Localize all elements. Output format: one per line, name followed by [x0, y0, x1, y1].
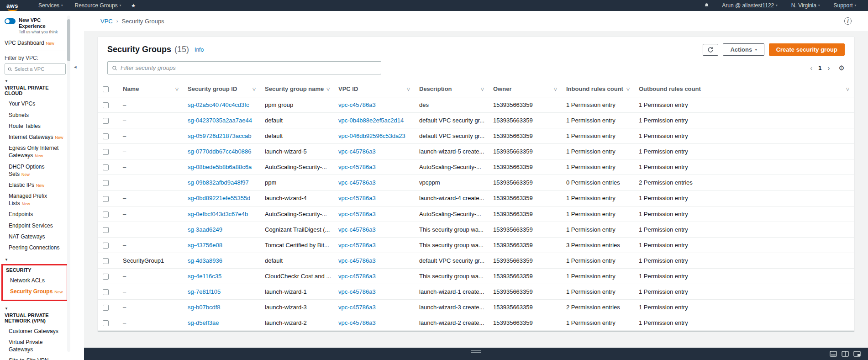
actions-button[interactable]: Actions ▾ [723, 43, 764, 56]
table-row[interactable]: –sg-43756e08Tomcat Certified by Bit...vp… [98, 237, 854, 253]
nav-services-menu[interactable]: Services ▾ [33, 0, 68, 11]
settings-gear-icon[interactable]: ⚙ [839, 64, 845, 72]
table-row[interactable]: –sg-b07bcdf8launch-wizard-3vpc-c45786a3l… [98, 299, 854, 315]
cell-vpc-id-link[interactable]: vpc-c45786a3 [338, 304, 376, 311]
table-row[interactable]: –sg-0bd89221efe55355dlaunch-wizard-4vpc-… [98, 191, 854, 206]
table-row[interactable]: –sg-04237035a2aa7ae44defaultvpc-0b4b88e2… [98, 113, 854, 128]
sidebar-item-site-to-site-vpn[interactable]: Site-to-Site VPN [5, 355, 66, 360]
sidebar-item-virtual-private-gateways[interactable]: Virtual Private Gateways [5, 337, 66, 355]
filter-security-groups-input[interactable] [121, 64, 377, 71]
cell-vpc-id-link[interactable]: vpc-c45786a3 [338, 319, 376, 326]
cell-vpc-id-link[interactable]: vpc-c45786a3 [338, 288, 376, 295]
row-checkbox[interactable] [103, 289, 109, 295]
cell-vpc-id-link[interactable]: vpc-c45786a3 [338, 211, 376, 217]
filter-icon[interactable]: ▽ [481, 87, 484, 91]
select-all-checkbox[interactable] [103, 86, 109, 92]
cell-vpc-id-link[interactable]: vpc-c45786a3 [338, 226, 376, 233]
row-checkbox[interactable] [103, 180, 109, 186]
filter-icon[interactable]: ▽ [175, 87, 179, 91]
sidebar-item-egress-only-internet-gateways[interactable]: Egress Only Internet GatewaysNew [5, 143, 66, 161]
row-checkbox[interactable] [103, 274, 109, 280]
toggle-switch[interactable] [5, 18, 16, 24]
row-checkbox[interactable] [103, 133, 109, 139]
column-header-security-group-name[interactable]: Security group name▽ [260, 81, 334, 97]
row-checkbox[interactable] [103, 227, 109, 233]
pinned-shortcut-star-icon[interactable]: ★ [127, 3, 139, 9]
cell-security-group-id-link[interactable]: sg-7e81f105 [188, 288, 221, 295]
sidebar-item-subnets[interactable]: Subnets [5, 110, 66, 121]
section-collapse-caret[interactable]: ▼ [5, 74, 66, 85]
row-checkbox[interactable] [103, 196, 109, 202]
cell-security-group-id-link[interactable]: sg-09b832afbd9a48f97 [188, 179, 249, 186]
cell-vpc-id-link[interactable]: vpc-c45786a3 [338, 164, 376, 170]
footer-panel-icon-2[interactable] [842, 351, 849, 357]
cell-security-group-id-link[interactable]: sg-04237035a2aa7ae44 [188, 117, 252, 124]
info-panel-icon[interactable]: i [844, 17, 852, 25]
footer-panel-icon-1[interactable] [830, 351, 837, 357]
cell-security-group-id-link[interactable]: sg-059726d21873accab [188, 132, 252, 139]
notifications-bell-button[interactable] [700, 3, 714, 8]
column-header-name[interactable]: Name▽ [118, 81, 183, 97]
nav-resource-groups-menu[interactable]: Resource Groups ▾ [69, 0, 127, 11]
cell-vpc-id-link[interactable]: vpc-c45786a3 [338, 148, 376, 155]
sidebar-item-route-tables[interactable]: Route Tables [5, 121, 66, 132]
table-row[interactable]: –sg-3aad6249Cognizant TrailDigest (...vp… [98, 222, 854, 237]
table-row[interactable]: –sg-02a5c40740c4cd3fcppm groupvpc-c45786… [98, 97, 854, 113]
cell-vpc-id-link[interactable]: vpc-0b4b88e2ef5ac2d14 [338, 117, 404, 124]
cell-security-group-id-link[interactable]: sg-0770ddb67cc4b0886 [188, 148, 252, 155]
row-checkbox[interactable] [103, 212, 109, 217]
row-checkbox[interactable] [103, 243, 109, 249]
cell-vpc-id-link[interactable]: vpc-c45786a3 [338, 257, 376, 264]
table-row[interactable]: –sg-4e116c35CloudCheckr Cost and ...vpc-… [98, 268, 854, 284]
row-checkbox[interactable] [103, 320, 109, 326]
sidebar-item-customer-gateways[interactable]: Customer Gateways [5, 326, 66, 337]
sidebar-item-network-acls[interactable]: Network ACLs [6, 275, 65, 286]
footer-panel-icon-3[interactable] [853, 351, 861, 357]
table-row[interactable]: –sg-7e81f105launch-wizard-1vpc-c45786a3l… [98, 284, 854, 299]
row-checkbox[interactable] [103, 149, 109, 155]
column-header-security-group-id[interactable]: Security group ID▽ [183, 81, 260, 97]
column-header-owner[interactable]: Owner▽ [489, 81, 562, 97]
cell-vpc-id-link[interactable]: vpc-c45786a3 [338, 179, 376, 186]
cell-vpc-id-link[interactable]: vpc-c45786a3 [338, 195, 376, 201]
sidebar-scrollbar-thumb[interactable] [67, 19, 70, 61]
table-row[interactable]: –sg-0efbcf043d3c67e4bAutoScaling-Securit… [98, 206, 854, 222]
section-collapse-caret[interactable]: ▼ [5, 302, 66, 312]
panel-drag-handle[interactable] [471, 350, 481, 353]
refresh-button[interactable] [703, 44, 718, 56]
filter-icon[interactable]: ▽ [626, 87, 630, 91]
support-menu[interactable]: Support ▾ [828, 0, 862, 11]
cell-vpc-id-link[interactable]: vpc-c45786a3 [338, 101, 376, 108]
column-header-inbound-rules-count[interactable]: Inbound rules count▽ [562, 81, 634, 97]
sidebar-collapse-icon[interactable]: ◂ [74, 64, 77, 70]
sidebar-item-your-vpcs[interactable]: Your VPCs [5, 98, 66, 109]
column-header-description[interactable]: Description▽ [415, 81, 489, 97]
aws-logo[interactable]: aws [6, 2, 18, 9]
filter-icon[interactable]: ▽ [253, 87, 256, 91]
table-row[interactable]: –sg-d5eff3aelaunch-wizard-2vpc-c45786a3l… [98, 315, 854, 330]
table-row[interactable]: –sg-09b832afbd9a48f97ppmvpc-c45786a3vpcp… [98, 175, 854, 191]
sidebar-item-endpoints[interactable]: Endpoints [5, 209, 66, 220]
vpc-filter-select[interactable] [5, 64, 66, 74]
breadcrumb-link-vpc[interactable]: VPC [100, 18, 113, 25]
pagination-current-page[interactable]: 1 [818, 64, 821, 71]
sidebar-item-nat-gateways[interactable]: NAT Gateways [5, 231, 66, 242]
filter-icon[interactable]: ▽ [407, 87, 410, 91]
sidebar-item-peering-connections[interactable]: Peering Connections [5, 242, 66, 253]
table-row[interactable]: –sg-059726d21873accabdefaultvpc-046db925… [98, 128, 854, 144]
cell-security-group-id-link[interactable]: sg-0efbcf043d3c67e4b [188, 211, 248, 217]
cell-vpc-id-link[interactable]: vpc-c45786a3 [338, 273, 376, 280]
cell-security-group-id-link[interactable]: sg-0bd89221efe55355d [188, 195, 250, 201]
create-security-group-button[interactable]: Create security group [769, 43, 845, 56]
info-link[interactable]: Info [195, 47, 204, 53]
sidebar-item-dhcp-options-sets[interactable]: DHCP Options SetsNew [5, 161, 66, 180]
account-menu[interactable]: Arun @ aliastest1122 ▾ [716, 0, 783, 11]
cell-security-group-id-link[interactable]: sg-d5eff3ae [188, 319, 219, 326]
new-vpc-experience-toggle[interactable]: New VPC Experience Tell us what you thin… [5, 16, 66, 38]
column-header-vpc-id[interactable]: VPC ID▽ [334, 81, 415, 97]
sidebar-item-vpc-dashboard[interactable]: VPC DashboardNew [5, 38, 66, 50]
sidebar-item-security-groups[interactable]: Security GroupsNew [6, 286, 65, 297]
cell-security-group-id-link[interactable]: sg-02a5c40740c4cd3fc [188, 101, 249, 108]
pagination-previous-button[interactable]: ‹ [810, 64, 812, 71]
row-checkbox[interactable] [103, 258, 109, 264]
